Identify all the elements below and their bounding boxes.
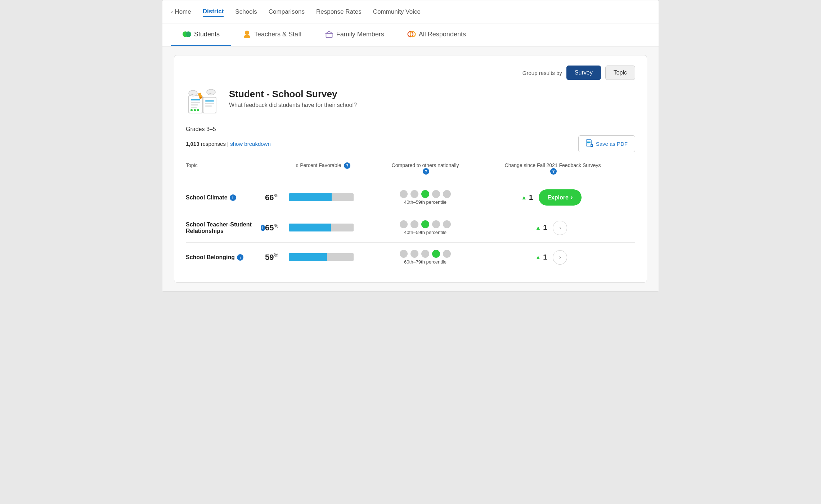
percent-bar bbox=[289, 193, 354, 201]
show-breakdown-link[interactable]: show breakdown bbox=[230, 141, 271, 147]
svg-rect-10 bbox=[191, 102, 200, 103]
tab-students[interactable]: Students bbox=[171, 23, 231, 46]
change-arrow-icon: ▲ bbox=[535, 225, 541, 231]
change-help-icon[interactable]: ? bbox=[550, 168, 557, 175]
row-navigate-button[interactable]: › bbox=[553, 250, 567, 265]
svg-rect-9 bbox=[191, 99, 200, 100]
action-cell: ▲ 1 Explore bbox=[470, 189, 635, 206]
nav-district[interactable]: District bbox=[203, 6, 224, 17]
responses-row: 1,013 responses | show breakdown bbox=[186, 135, 635, 152]
main-content: Group results by Survey Topic bbox=[162, 46, 659, 291]
bar-fill bbox=[289, 193, 332, 201]
topic-info-icon[interactable]: i bbox=[230, 194, 236, 201]
svg-point-14 bbox=[194, 109, 196, 111]
students-icon bbox=[183, 30, 191, 39]
bar-empty bbox=[327, 253, 354, 261]
change-cell: ▲ 1 bbox=[535, 253, 547, 261]
nav-schools[interactable]: Schools bbox=[235, 7, 257, 17]
table-row: School Belonging i 59% bbox=[186, 243, 635, 272]
col-topic: Topic bbox=[186, 162, 265, 175]
topic-name: School Climate bbox=[186, 194, 228, 201]
col-percent: ⇕ Percent Favorable ? bbox=[265, 162, 380, 175]
percentile-label: 40th–59th percentile bbox=[404, 230, 447, 235]
nav-community-voice[interactable]: Community Voice bbox=[373, 7, 421, 17]
top-nav: Home District Schools Comparisons Respon… bbox=[162, 0, 659, 23]
bar-fill bbox=[289, 224, 331, 231]
dots-row bbox=[400, 250, 451, 258]
tab-teachers[interactable]: Teachers & Staff bbox=[231, 23, 313, 46]
svg-point-2 bbox=[245, 31, 249, 35]
dots-row bbox=[400, 220, 451, 228]
nav-home[interactable]: Home bbox=[171, 7, 191, 17]
dot-1 bbox=[400, 190, 408, 198]
percent-value: 65% bbox=[265, 223, 285, 233]
percent-cell: 59% bbox=[265, 252, 380, 262]
col-national: Compared to others nationally ? bbox=[380, 162, 470, 175]
topic-info-icon[interactable]: i bbox=[237, 254, 243, 261]
svg-rect-12 bbox=[191, 107, 197, 108]
change-arrow-icon: ▲ bbox=[535, 254, 541, 261]
dot-5 bbox=[443, 220, 451, 228]
change-cell: ▲ 1 bbox=[535, 224, 547, 232]
all-respondents-icon bbox=[407, 30, 416, 39]
pdf-icon bbox=[586, 139, 593, 148]
dot-2 bbox=[410, 250, 418, 258]
percent-bar bbox=[289, 224, 354, 231]
survey-subtitle: What feedback did students have for thei… bbox=[229, 102, 357, 108]
action-cell: ▲ 1 › bbox=[470, 250, 635, 265]
percentile-label: 40th–59th percentile bbox=[404, 199, 447, 205]
dot-2 bbox=[410, 190, 418, 198]
percent-help-icon[interactable]: ? bbox=[344, 162, 350, 169]
dot-4 bbox=[432, 220, 440, 228]
dot-2 bbox=[410, 220, 418, 228]
bar-empty bbox=[331, 224, 354, 231]
dot-3 bbox=[421, 250, 429, 258]
group-results-row: Group results by Survey Topic bbox=[186, 66, 635, 80]
grades-row: Grades 3–5 bbox=[186, 126, 635, 132]
grades-label: Grades 3–5 bbox=[186, 126, 216, 132]
svg-point-13 bbox=[190, 109, 193, 111]
nav-comparisons[interactable]: Comparisons bbox=[269, 7, 305, 17]
save-pdf-button[interactable]: Save as PDF bbox=[578, 135, 635, 152]
topic-name: School Belonging bbox=[186, 254, 235, 261]
svg-rect-19 bbox=[205, 105, 212, 107]
table-row: School Teacher-Student Relationships i 6… bbox=[186, 213, 635, 243]
topic-cell: School Belonging i bbox=[186, 254, 265, 261]
group-by-survey-button[interactable]: Survey bbox=[566, 66, 601, 80]
explore-button[interactable]: Explore bbox=[539, 189, 582, 206]
percentile-label: 60th–79th percentile bbox=[404, 259, 447, 265]
bar-fill bbox=[289, 253, 327, 261]
group-by-topic-button[interactable]: Topic bbox=[605, 66, 635, 80]
teachers-icon bbox=[243, 30, 251, 39]
svg-rect-29 bbox=[587, 144, 589, 144]
responses-info: 1,013 responses | show breakdown bbox=[186, 141, 271, 147]
change-value: 1 bbox=[529, 193, 533, 202]
response-count: 1,013 bbox=[186, 141, 199, 147]
svg-rect-17 bbox=[205, 100, 214, 102]
action-cell: ▲ 1 › bbox=[470, 221, 635, 235]
dots-row bbox=[400, 190, 451, 198]
dot-1 bbox=[400, 250, 408, 258]
dot-3 bbox=[421, 190, 429, 198]
dot-5 bbox=[443, 250, 451, 258]
tab-all-respondents[interactable]: All Respondents bbox=[396, 23, 477, 46]
national-help-icon[interactable]: ? bbox=[423, 168, 429, 175]
svg-rect-28 bbox=[587, 142, 591, 143]
dot-4 bbox=[432, 250, 440, 258]
topic-cell: School Teacher-Student Relationships i bbox=[186, 221, 265, 234]
survey-info: Student - School Survey What feedback di… bbox=[229, 89, 357, 108]
tab-family[interactable]: Family Members bbox=[313, 23, 396, 46]
percent-value: 59% bbox=[265, 252, 285, 262]
topic-info-icon[interactable]: i bbox=[261, 225, 265, 231]
nav-response-rates[interactable]: Response Rates bbox=[316, 7, 362, 17]
change-value: 1 bbox=[543, 224, 547, 232]
responses-label: responses | bbox=[201, 141, 230, 147]
svg-rect-27 bbox=[587, 141, 591, 141]
percent-cell: 66% bbox=[265, 193, 380, 202]
change-value: 1 bbox=[543, 253, 547, 261]
percent-value: 66% bbox=[265, 193, 285, 202]
survey-header: ... ... Student - School Survey What fee… bbox=[186, 89, 635, 117]
row-navigate-button[interactable]: › bbox=[553, 221, 567, 235]
svg-rect-18 bbox=[205, 103, 214, 104]
svg-point-1 bbox=[186, 31, 191, 37]
